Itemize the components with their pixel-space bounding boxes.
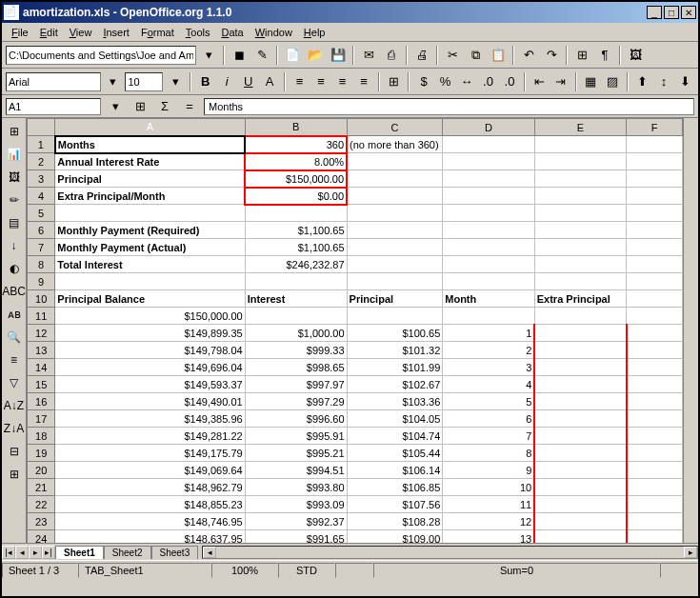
cell[interactable]: $104.05	[347, 410, 443, 428]
cell[interactable]: 10	[443, 479, 534, 496]
cell[interactable]	[534, 479, 626, 496]
cell[interactable]	[627, 342, 683, 359]
menu-file[interactable]: File	[6, 25, 34, 40]
cell[interactable]: $992.37	[245, 513, 347, 530]
cell[interactable]	[347, 256, 443, 273]
cell[interactable]: $246,232.87	[245, 256, 347, 273]
cell[interactable]: $0.00	[245, 188, 347, 205]
cell[interactable]: $149,281.22	[55, 428, 245, 445]
insert-icon[interactable]: ⊞	[5, 122, 24, 141]
cell[interactable]	[443, 273, 534, 290]
cell[interactable]: $148,855.23	[55, 496, 245, 513]
open-icon[interactable]: 📂	[305, 45, 326, 66]
cell[interactable]: $1,000.00	[245, 325, 347, 342]
cell[interactable]	[534, 445, 626, 462]
cell[interactable]: $993.80	[245, 479, 347, 496]
cell[interactable]: $107.56	[347, 496, 443, 513]
currency-icon[interactable]: $	[414, 71, 432, 92]
decimal-dec-icon[interactable]: .0	[500, 71, 518, 92]
cell[interactable]	[443, 170, 534, 188]
row-header[interactable]: 6	[28, 222, 55, 239]
cell[interactable]: $101.99	[347, 359, 443, 376]
underline-button[interactable]: U	[239, 71, 257, 92]
equals-icon[interactable]: =	[179, 96, 200, 117]
cell[interactable]: 2	[443, 342, 534, 359]
cell[interactable]	[245, 205, 347, 222]
cell[interactable]: $150,000.00	[245, 170, 347, 188]
group-icon[interactable]: ⊟	[5, 442, 24, 461]
row-header[interactable]: 3	[28, 170, 55, 188]
decimal-inc-icon[interactable]: .0	[479, 71, 497, 92]
cell[interactable]: $995.91	[245, 428, 347, 445]
cell[interactable]: Interest	[245, 290, 347, 308]
cell[interactable]: 12	[443, 513, 534, 530]
cell[interactable]: $148,962.79	[55, 479, 245, 496]
cell[interactable]	[443, 153, 534, 170]
menu-edit[interactable]: Edit	[34, 25, 64, 40]
cell[interactable]: $149,696.04	[55, 359, 245, 376]
autofill-icon[interactable]: ↓	[5, 236, 24, 255]
tab-next-icon[interactable]: ▸	[29, 546, 42, 559]
cell[interactable]	[627, 428, 683, 445]
cell[interactable]	[534, 222, 626, 239]
row-header[interactable]: 11	[28, 308, 55, 325]
cell[interactable]	[627, 188, 683, 205]
cell[interactable]: Months	[55, 136, 245, 153]
cell[interactable]: Month	[443, 290, 534, 308]
sort-asc-icon[interactable]: A↓Z	[5, 396, 24, 415]
cell[interactable]: $149,798.04	[55, 342, 245, 359]
cell[interactable]	[534, 325, 626, 342]
cell[interactable]	[443, 136, 534, 153]
cell[interactable]	[534, 462, 626, 479]
cell[interactable]: Principal	[55, 170, 245, 188]
status-sum[interactable]: Sum=0	[373, 563, 660, 578]
borders-icon[interactable]: ▦	[582, 71, 600, 92]
cell[interactable]: 4	[443, 376, 534, 393]
cell[interactable]: $149,490.01	[55, 393, 245, 410]
row-header[interactable]: 10	[28, 290, 55, 308]
valign-bot-icon[interactable]: ⬇	[676, 71, 694, 92]
cell[interactable]: $148,637.95	[55, 530, 245, 544]
image-icon[interactable]: 🖼	[5, 168, 24, 187]
name-box[interactable]	[6, 98, 101, 115]
cell[interactable]	[347, 153, 443, 170]
cell[interactable]	[245, 308, 347, 325]
tab-last-icon[interactable]: ▸|	[42, 546, 55, 559]
sort-desc-icon[interactable]: Z↓A	[5, 419, 24, 438]
find-icon[interactable]: 🔍	[5, 328, 24, 347]
bold-button[interactable]: B	[196, 71, 214, 92]
stop-icon[interactable]: ◼	[229, 45, 250, 66]
cell[interactable]	[534, 170, 626, 188]
cell[interactable]: Annual Interest Rate	[55, 153, 245, 170]
cell[interactable]: $108.28	[347, 513, 443, 530]
theme-icon[interactable]: ◐	[5, 259, 24, 278]
row-header[interactable]: 5	[28, 205, 55, 222]
menu-data[interactable]: Data	[215, 25, 249, 40]
export-icon[interactable]: ⎙	[381, 45, 402, 66]
sum-icon[interactable]: Σ	[154, 96, 175, 117]
cell[interactable]	[627, 393, 683, 410]
col-header-a[interactable]: A	[55, 119, 245, 136]
auto-spell-icon[interactable]: ᴀʙ	[5, 305, 24, 324]
cell[interactable]	[534, 308, 626, 325]
cell[interactable]: $994.51	[245, 462, 347, 479]
cell[interactable]: $991.65	[245, 530, 347, 544]
cell[interactable]	[534, 342, 626, 359]
tab-sheet1[interactable]: Sheet1	[55, 546, 104, 559]
cell[interactable]: 360	[245, 136, 347, 153]
cell[interactable]: $997.97	[245, 376, 347, 393]
cell[interactable]: 11	[443, 496, 534, 513]
doc-new-icon[interactable]: 📄	[282, 45, 303, 66]
cell[interactable]	[627, 256, 683, 273]
cell[interactable]	[534, 410, 626, 428]
cell[interactable]: 3	[443, 359, 534, 376]
save-icon[interactable]: 💾	[328, 45, 349, 66]
col-header-b[interactable]: B	[245, 119, 347, 136]
font-size-input[interactable]	[125, 72, 163, 91]
spreadsheet-grid[interactable]: A B C D E F 1 Months 360 (no more than 3…	[27, 118, 683, 543]
cell[interactable]	[627, 376, 683, 393]
align-left-icon[interactable]: ≡	[290, 71, 309, 92]
draw-icon[interactable]: ✏	[5, 190, 24, 209]
col-header-d[interactable]: D	[443, 119, 534, 136]
cell[interactable]: Total Interest	[55, 256, 245, 273]
